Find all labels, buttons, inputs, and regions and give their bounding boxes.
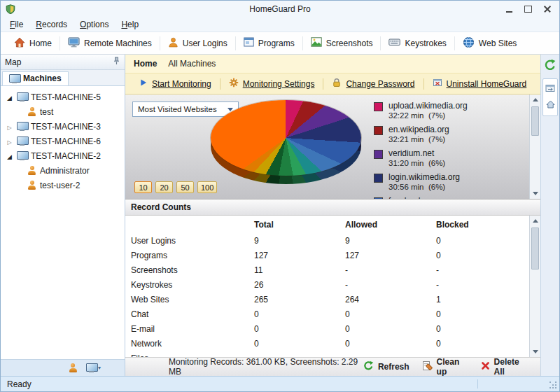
tree-item-machine[interactable]: TEST-MACHINE-6 bbox=[1, 134, 125, 148]
open-panel-icon[interactable] bbox=[545, 84, 555, 94]
sync-arrow-icon[interactable] bbox=[544, 59, 556, 74]
row-label: Web Sites bbox=[131, 295, 254, 304]
toolbar-user-logins-button[interactable]: User Logins bbox=[160, 34, 235, 52]
expand-toggle-icon[interactable] bbox=[6, 122, 13, 132]
tree-item-user[interactable]: test bbox=[1, 104, 125, 119]
home-panel-icon[interactable] bbox=[546, 100, 555, 111]
row-blocked: 0 bbox=[436, 309, 529, 319]
legend-swatch bbox=[374, 197, 383, 200]
page-size-20-button[interactable]: 20 bbox=[155, 181, 173, 193]
close-button[interactable] bbox=[538, 3, 556, 16]
menu-options[interactable]: Options bbox=[74, 18, 115, 31]
refresh-button[interactable]: Refresh bbox=[363, 357, 410, 377]
table-row[interactable]: Files bbox=[125, 351, 529, 357]
row-allowed: 9 bbox=[345, 236, 436, 246]
toolbar-home-label: Home bbox=[29, 38, 52, 48]
pin-icon[interactable] bbox=[113, 57, 120, 67]
table-row[interactable]: Programs 127 127 0 bbox=[125, 248, 529, 262]
table-row[interactable]: Web Sites 265 264 1 bbox=[125, 292, 529, 307]
toolbar-keystrokes-button[interactable]: Keystrokes bbox=[381, 34, 454, 52]
app-window: HomeGuard Pro File Records Options Help … bbox=[0, 0, 560, 392]
table-row[interactable]: Screenshots 11 - - bbox=[125, 262, 529, 277]
expand-toggle-icon[interactable] bbox=[6, 92, 13, 102]
toolbar-home-button[interactable]: Home bbox=[6, 34, 59, 52]
menu-records[interactable]: Records bbox=[29, 18, 74, 31]
table-row[interactable]: User Logins 9 9 0 bbox=[125, 233, 529, 248]
expand-toggle-icon[interactable] bbox=[6, 136, 13, 146]
record-counts-title: Record Counts bbox=[131, 202, 191, 212]
legend-item[interactable]: login.wikimedia.org 30:56 min (6%) bbox=[374, 173, 522, 191]
legend-item[interactable]: en.wikipedia.org 32:21 min (7%) bbox=[374, 125, 522, 144]
table-row[interactable]: Chat 0 0 0 bbox=[125, 307, 529, 321]
row-total: 26 bbox=[254, 280, 345, 290]
gear-icon bbox=[229, 78, 239, 90]
page-size-50-button[interactable]: 50 bbox=[176, 181, 194, 193]
user-icon bbox=[27, 181, 36, 190]
scroll-thumb[interactable] bbox=[531, 227, 539, 270]
menu-help[interactable]: Help bbox=[115, 18, 145, 31]
screenshots-icon bbox=[311, 37, 322, 49]
table-row[interactable]: Keystrokes 26 - - bbox=[125, 277, 529, 292]
scroll-thumb[interactable] bbox=[531, 106, 539, 136]
toolbar-web-sites-button[interactable]: Web Sites bbox=[455, 34, 524, 52]
expand-toggle-icon[interactable] bbox=[6, 151, 13, 161]
row-blocked: 0 bbox=[436, 339, 529, 349]
monitoring-settings-button[interactable]: Monitoring Settings bbox=[220, 78, 323, 90]
minimize-button[interactable] bbox=[500, 3, 519, 16]
row-total: 265 bbox=[254, 295, 345, 304]
tree-item-machine[interactable]: TEST-MACHINE-5 bbox=[1, 90, 125, 104]
maximize-button[interactable] bbox=[519, 3, 538, 16]
page-size-100-button[interactable]: 100 bbox=[197, 181, 217, 193]
table-row[interactable]: E-mail 0 0 0 bbox=[125, 321, 529, 336]
user-icon bbox=[27, 107, 36, 116]
row-blocked: 1 bbox=[436, 295, 529, 304]
user-icon bbox=[69, 363, 78, 372]
change-password-label: Change Password bbox=[346, 79, 414, 89]
breadcrumb-home[interactable]: Home bbox=[134, 59, 157, 69]
tree-item-machine[interactable]: TEST-MACHINE-3 bbox=[1, 119, 125, 134]
scroll-up-icon[interactable] bbox=[530, 94, 540, 105]
uninstall-homeguard-button[interactable]: Uninstall HomeGuard bbox=[424, 78, 536, 90]
clean-up-button[interactable]: Clean up bbox=[422, 357, 468, 377]
machine-icon bbox=[17, 92, 27, 102]
toolbar-keystrokes-label: Keystrokes bbox=[405, 38, 446, 48]
table-row[interactable]: Network 0 0 0 bbox=[125, 336, 529, 351]
menu-file[interactable]: File bbox=[4, 18, 29, 31]
scroll-down-icon[interactable] bbox=[530, 346, 540, 357]
table-scrollbar[interactable] bbox=[529, 216, 540, 357]
toolbar-screenshots-label: Screenshots bbox=[326, 38, 373, 48]
tree-item-user[interactable]: Administrator bbox=[1, 163, 125, 178]
legend-swatch bbox=[374, 126, 383, 135]
users-view-button[interactable] bbox=[69, 363, 78, 372]
legend-item[interactable]: veridium.net 31:20 min (6%) bbox=[374, 149, 522, 167]
page-size-10-button[interactable]: 10 bbox=[134, 181, 152, 193]
row-allowed: 0 bbox=[345, 309, 436, 319]
chart-scrollbar[interactable] bbox=[529, 94, 540, 199]
scroll-up-icon[interactable] bbox=[530, 216, 540, 226]
legend-item[interactable]: upload.wikimedia.org 32:22 min (7%) bbox=[374, 102, 522, 120]
tab-machines[interactable]: Machines bbox=[2, 71, 69, 85]
scroll-down-icon[interactable] bbox=[530, 188, 540, 199]
toolbar-remote-machines-button[interactable]: Remote Machines bbox=[60, 34, 160, 52]
row-label: User Logins bbox=[131, 236, 254, 246]
tree-item-machine[interactable]: TEST-MACHINE-2 bbox=[1, 148, 125, 163]
toolbar-programs-button[interactable]: Programs bbox=[236, 34, 302, 52]
resize-grip[interactable] bbox=[550, 382, 557, 389]
legend-site: login.wikimedia.org bbox=[388, 173, 460, 181]
legend-item[interactable]: facebook.com bbox=[374, 197, 522, 200]
pie-top bbox=[211, 100, 361, 176]
start-monitoring-button[interactable]: Start Monitoring bbox=[131, 78, 220, 89]
toolbar-screenshots-button[interactable]: Screenshots bbox=[303, 34, 381, 52]
records-footer-bar: Monitoring Records: 361.00 KB, Screensho… bbox=[125, 357, 540, 376]
row-label: Chat bbox=[131, 309, 254, 319]
tree-item-label: TEST-MACHINE-5 bbox=[31, 92, 101, 102]
tree-item-user[interactable]: test-user-2 bbox=[1, 178, 125, 192]
page-size-buttons: 10 20 50 100 bbox=[134, 181, 217, 193]
action-bar: Start Monitoring Monitoring Settings Cha… bbox=[125, 74, 540, 94]
machines-view-button[interactable]: ▾ bbox=[86, 363, 101, 372]
row-allowed: - bbox=[345, 265, 436, 275]
row-total: 0 bbox=[254, 339, 345, 349]
change-password-button[interactable]: Change Password bbox=[323, 78, 423, 90]
pie-chart bbox=[211, 99, 361, 194]
delete-all-button[interactable]: Delete All bbox=[481, 357, 528, 377]
